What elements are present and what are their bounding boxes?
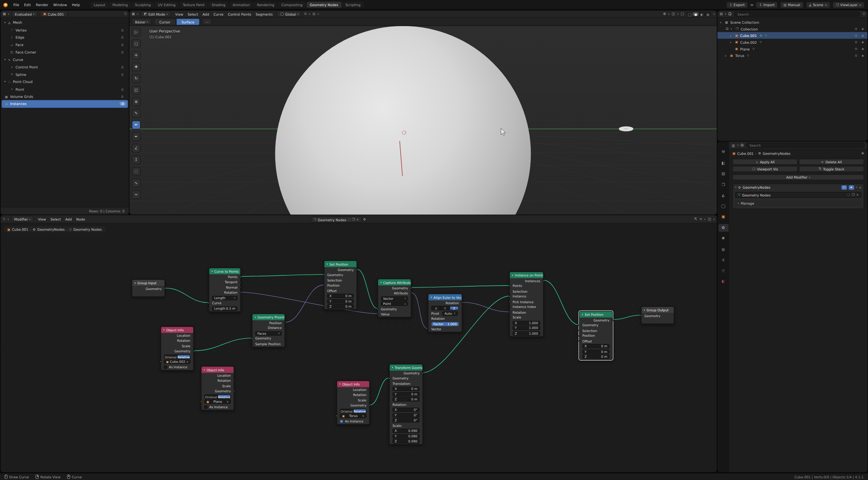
socket-input[interactable]	[160, 361, 162, 363]
socket-input[interactable]	[377, 308, 379, 310]
spreadsheet-row-point-cloud[interactable]: ▾∴Point Cloud	[2, 78, 128, 85]
socket-input[interactable]	[578, 335, 580, 337]
tool-button-3[interactable]: ✚	[132, 62, 141, 71]
node-value-field[interactable]: Y1.000	[513, 326, 540, 330]
segment-original[interactable]: Original	[164, 355, 177, 358]
outliner-row-cube-001[interactable]: ▸▣Cube.001⚙▽⊙◈	[717, 32, 867, 39]
socket-output[interactable]	[192, 350, 194, 352]
socket-output[interactable]	[164, 288, 166, 290]
socket-output[interactable]	[233, 374, 235, 377]
pin-icon[interactable]: ✜	[861, 151, 864, 155]
remove-modifier-icon[interactable]: ✕	[859, 186, 862, 189]
spreadsheet-row-control-point[interactable]: ∙Control Point0	[2, 63, 128, 71]
socket-output[interactable]	[410, 287, 412, 289]
eye-icon[interactable]: ⊙	[854, 34, 859, 37]
tool-button-11[interactable]: ↥	[132, 155, 141, 164]
properties-editor-icon[interactable]: ▥	[732, 144, 735, 147]
node-object-info-1[interactable]: ▾Object InfoLocationRotationScaleGeometr…	[160, 326, 194, 370]
socket-output[interactable]	[368, 389, 371, 391]
viewlayer-selector[interactable]: ❐ViewLayer✕	[832, 1, 865, 8]
node-value-field[interactable]: Z0.090	[393, 439, 420, 444]
socket-input[interactable]	[208, 302, 210, 304]
node-group-selector[interactable]: ▽ Geometry Nodes ◌ ❐ ✕	[735, 192, 861, 198]
chevron-down-icon[interactable]: ▾	[668, 13, 670, 15]
node-tree-type-selector[interactable]: Modifier▾	[11, 216, 34, 223]
expand-caret-icon[interactable]: ▾	[731, 27, 733, 30]
add-modifier-button[interactable]: Add Modifier▾	[732, 174, 864, 180]
viewport-menu-add[interactable]: Add	[201, 11, 211, 16]
node-dropdown[interactable]: Length▾	[212, 296, 237, 300]
chevron-down-icon[interactable]: ▾	[318, 13, 319, 15]
node-value-field[interactable]: Z0 m	[327, 304, 354, 309]
spreadsheet-row-edge[interactable]: ∕Edge0	[2, 34, 128, 41]
socket-input[interactable]	[388, 377, 390, 379]
node-value-field[interactable]: X0°	[393, 408, 420, 412]
camera-visibility-icon[interactable]: ◈	[860, 40, 865, 44]
shading-rendered-icon[interactable]: ◍	[705, 12, 711, 16]
socket-input[interactable]	[388, 424, 391, 427]
object-selector[interactable]: ▣Torus✕	[340, 414, 366, 418]
spreadsheet-row-face[interactable]: ▱Face0	[2, 41, 128, 48]
segment-x[interactable]: X	[432, 307, 441, 310]
socket-input[interactable]	[578, 340, 580, 342]
socket-input[interactable]	[427, 317, 430, 320]
node-curve-to-points[interactable]: ▾Curve to PointsPointsTangentNormalRotat…	[209, 268, 241, 312]
chevron-down-icon[interactable]: ▾	[677, 13, 679, 15]
chevron-down-icon[interactable]: ▾	[713, 217, 715, 220]
viewport-menu-curve[interactable]: Curve	[212, 11, 225, 16]
spreadsheet-row-spline[interactable]: ∿Spline0	[2, 71, 128, 78]
segment-original[interactable]: Original	[340, 409, 353, 413]
socket-input[interactable]	[509, 295, 511, 297]
filter-icon[interactable]: ▽	[124, 12, 127, 16]
object-selector[interactable]: ▣Cube.002✕	[164, 360, 190, 364]
node-header[interactable]: ▾Set Position	[579, 311, 612, 317]
node-editor-menu-view[interactable]: View	[36, 216, 48, 222]
tool-button-0[interactable]: ▷	[132, 28, 141, 37]
segment-z[interactable]: Z	[450, 307, 458, 310]
socket-output[interactable]	[239, 286, 242, 289]
apply-all-button[interactable]: ↓Apply All	[732, 159, 798, 165]
workspace-tab-modeling[interactable]: Modeling	[109, 2, 131, 8]
expand-caret-icon[interactable]: ▾	[4, 80, 6, 83]
orientation-selector[interactable]: ◯Global▾	[277, 11, 302, 17]
overlays-icon[interactable]: ◫	[672, 12, 675, 16]
spreadsheet-row-point[interactable]: ∙Point0	[2, 85, 128, 93]
node-header[interactable]: ▾Capture Attribute	[378, 279, 411, 285]
node-canvas[interactable]: ▣Cube.001›⚙GeometryNodes›▽Geometry Nodes…	[1, 224, 717, 473]
expand-caret-icon[interactable]: ▸	[725, 54, 728, 57]
node-value-field[interactable]: Z0 m	[393, 397, 420, 402]
node-set-position-2[interactable]: ▾Set PositionGeometryGeometrySelectionPo…	[579, 311, 613, 360]
outliner-row-collection[interactable]: ☑▾❒Collection⊙◈	[717, 25, 867, 32]
node-instance-on-points[interactable]: ▾Instance on PointsInstancesPointsSelect…	[509, 272, 544, 337]
properties-tab-6[interactable]: ▣	[718, 213, 728, 221]
node-dropdown[interactable]: Auto▾	[442, 311, 457, 316]
node-value-field[interactable]: X0 m	[393, 387, 420, 391]
shading-material-icon[interactable]: ◐	[699, 12, 705, 16]
node-header[interactable]: ▾Align Euler to Vector	[429, 294, 462, 300]
socket-output[interactable]	[239, 291, 242, 294]
workspace-tab-shading[interactable]: Shading	[209, 2, 229, 8]
camera-visibility-icon[interactable]: ◈	[860, 54, 865, 57]
node-group-output[interactable]: ▾Group OutputGeometry	[641, 306, 674, 324]
socket-input[interactable]	[323, 290, 326, 292]
node-value-field[interactable]: X0 m	[583, 344, 610, 349]
socket-input[interactable]	[388, 403, 391, 406]
socket-input[interactable]	[508, 306, 511, 309]
menu-help[interactable]: Help	[70, 2, 82, 7]
socket-input[interactable]	[251, 342, 253, 345]
node-header[interactable]: ▾Transform Geometry	[390, 364, 422, 371]
workspace-tab-sculpting[interactable]: Sculpting	[132, 2, 154, 8]
node-align-euler[interactable]: ▾Align Euler to VectorRotationXYZPivotAu…	[428, 294, 462, 332]
socket-output[interactable]	[542, 280, 544, 282]
spreadsheet-row-mesh[interactable]: ▾◬Mesh	[2, 19, 128, 26]
eye-icon[interactable]: ⊙	[854, 54, 859, 57]
viewlayer-clear-icon[interactable]: ✕	[859, 3, 862, 6]
viewport-editor-icon[interactable]: ▦	[132, 12, 135, 16]
tool-button-10[interactable]: ∠	[132, 144, 141, 152]
node-value-field[interactable]: Y0°	[393, 413, 420, 417]
socket-input[interactable]	[508, 316, 511, 319]
scene-selector[interactable]: ◭Scene✕	[806, 1, 830, 8]
properties-tab-9[interactable]: ◍	[718, 245, 728, 253]
workspace-tab-geometry-nodes[interactable]: Geometry Nodes	[307, 2, 342, 8]
node-header[interactable]: ▾Curve to Points	[209, 268, 240, 274]
